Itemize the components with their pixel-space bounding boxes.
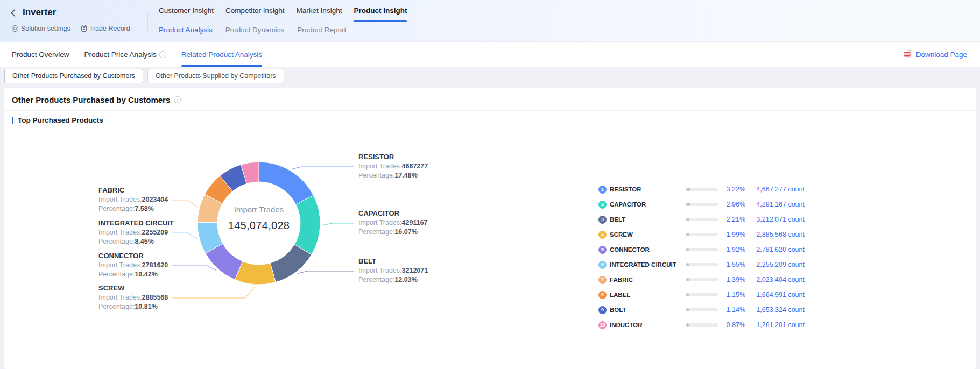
ranking-product-name: BELT [610, 216, 686, 223]
callout-resistor: RESISTORImport Trades:4667277Percentage:… [358, 152, 445, 180]
clipboard-icon [81, 25, 87, 32]
trade-record-link[interactable]: Trade Record [81, 25, 130, 32]
related-product-analysis-label: Related Product Analysis [181, 51, 262, 59]
tab-customer-insight[interactable]: Customer Insight [159, 5, 214, 16]
ranking-row-connector[interactable]: 5CONNECTOR1.92%2,781,620 count [598, 242, 805, 257]
donut-center: Import Trades 145,074,028 [200, 205, 318, 232]
callout-import-trades: Import Trades:3212071 [358, 266, 445, 275]
ranking-count: 2,023,404 count [745, 276, 805, 283]
tab-competitor-insight[interactable]: Competitor Insight [225, 5, 285, 16]
tab-product-analysis[interactable]: Product Analysis [159, 26, 213, 34]
product-overview-label: Product Overview [12, 51, 69, 59]
rank-badge: 9 [598, 306, 607, 314]
gear-icon [12, 25, 18, 32]
ranking-percentage: 0.87% [718, 321, 745, 329]
ranking-product-name: CONNECTOR [610, 246, 686, 253]
ranking-progress-bar [686, 293, 718, 296]
ranking-row-screw[interactable]: 4SCREW1.99%2,885,568 count [598, 227, 805, 242]
page-header: Inverter Solution settings Trade Record … [0, 0, 980, 41]
ranking-list: 1RESISTOR3.22%4,667,277 count2CAPACITOR2… [598, 182, 805, 332]
ranking-progress-bar [686, 248, 718, 251]
tab-product-insight[interactable]: Product Insight [354, 5, 407, 16]
main-panel: Other Products Purchased by Customers To… [4, 88, 976, 369]
rank-badge: 7 [598, 276, 607, 284]
callout-percentage: Percentage:10.81% [98, 302, 185, 311]
callout-percentage: Percentage:12.03% [358, 275, 445, 285]
tab-related-product-analysis[interactable]: Related Product Analysis [181, 51, 262, 59]
rank-badge: 1 [598, 186, 607, 194]
ranking-progress-bar [686, 278, 718, 281]
ranking-row-bolt[interactable]: 9BOLT1.14%1,653,324 count [598, 302, 805, 317]
ranking-row-fabric[interactable]: 7FABRIC1.39%2,023,404 count [598, 272, 805, 287]
rank-badge: 6 [598, 261, 607, 269]
back-icon[interactable] [11, 9, 18, 16]
tab-product-report[interactable]: Product Report [297, 26, 346, 34]
ranking-product-name: LABEL [610, 292, 686, 298]
rank-badge: 4 [598, 231, 607, 239]
callout-percentage: Percentage:16.07% [358, 228, 445, 237]
leader-line-capacitor [322, 223, 354, 225]
callout-product-name: BELT [358, 257, 445, 266]
ranking-row-inductor[interactable]: 10INDUCTOR0.87%1,261,201 count [598, 317, 805, 332]
download-page-button[interactable]: PDF Download Page [904, 42, 967, 67]
callout-percentage: Percentage:7.58% [98, 204, 185, 214]
ranking-percentage: 1.14% [718, 306, 745, 314]
callout-fabric: FABRICImport Trades:2023404Percentage:7.… [98, 186, 185, 214]
ranking-row-belt[interactable]: 3BELT2.21%3,212,071 count [598, 212, 805, 227]
ranking-progress-bar [686, 233, 718, 236]
toggle-supplied-by-competitors[interactable]: Other Products Supplied by Competitors [147, 69, 284, 83]
panel-title: Other Products Purchased by Customers [12, 95, 170, 104]
ranking-row-resistor[interactable]: 1RESISTOR3.22%4,667,277 count [598, 182, 805, 197]
rank-badge: 5 [598, 246, 607, 254]
header-divider [147, 13, 148, 31]
callout-import-trades: Import Trades:2023404 [98, 195, 185, 204]
app-root: Inverter Solution settings Trade Record … [0, 0, 980, 369]
ranking-count: 1,664,991 count [745, 291, 805, 299]
callout-percentage: Percentage:8.45% [98, 237, 185, 246]
donut-segment-resistor[interactable] [259, 162, 314, 204]
ranking-product-name: FABRIC [610, 276, 686, 283]
callout-capacitor: CAPACITORImport Trades:4291167Percentage… [358, 209, 445, 237]
callout-product-name: RESISTOR [358, 152, 445, 162]
ranking-percentage: 2.96% [718, 201, 745, 208]
analysis-navbar: Product Overview Product Price Analysis … [0, 41, 980, 67]
donut-center-value: 145,074,028 [200, 219, 318, 232]
toggle-purchased-by-customers[interactable]: Other Products Purchased by Customers [4, 69, 143, 83]
ranking-count: 2,255,209 count [745, 261, 805, 268]
info-icon[interactable] [159, 51, 166, 58]
callout-integrated-circuit: INTEGRATED CIRCUITImport Trades:2255209P… [98, 218, 185, 246]
panel-info-icon[interactable] [174, 96, 181, 103]
section-title: Top Purchased Products [18, 116, 103, 124]
callout-product-name: CAPACITOR [358, 209, 445, 218]
tab-market-insight[interactable]: Market Insight [297, 5, 342, 16]
callout-screw: SCREWImport Trades:2885568Percentage:10.… [98, 283, 185, 311]
tab-product-dynamics[interactable]: Product Dynamics [225, 26, 285, 34]
ranking-count: 2,885,568 count [745, 231, 805, 238]
ranking-count: 1,261,201 count [745, 321, 805, 329]
callout-import-trades: Import Trades:4291167 [358, 218, 445, 228]
callout-product-name: INTEGRATED CIRCUIT [98, 218, 185, 228]
ranking-percentage: 1.99% [718, 231, 745, 238]
ranking-progress-bar [686, 188, 718, 191]
ranking-row-capacitor[interactable]: 2CAPACITOR2.96%4,291,167 count [598, 197, 805, 212]
donut-center-label: Import Trades [200, 205, 318, 214]
donut-chart-area: Import Trades 145,074,028 1RESISTOR3.22%… [4, 136, 976, 362]
solution-settings-link[interactable]: Solution settings [12, 25, 70, 32]
ranking-row-label[interactable]: 8LABEL1.15%1,664,991 count [598, 287, 805, 302]
tab-product-price-analysis[interactable]: Product Price Analysis [84, 51, 166, 59]
ranking-percentage: 1.15% [718, 291, 745, 299]
download-page-label: Download Page [916, 51, 967, 59]
callout-percentage: Percentage:17.48% [358, 171, 445, 180]
ranking-count: 1,653,324 count [745, 306, 805, 314]
ranking-product-name: CAPACITOR [610, 201, 686, 208]
ranking-row-integrated-circuit[interactable]: 6INTEGRATED CIRCUIT1.55%2,255,209 count [598, 257, 805, 272]
product-sub-tabs: Product Analysis Product Dynamics Produc… [159, 26, 346, 34]
ranking-progress-bar [686, 323, 718, 327]
insight-tabs: Customer Insight Competitor Insight Mark… [159, 5, 407, 16]
leader-line-resistor [292, 167, 354, 169]
leader-line-screw [172, 287, 255, 298]
rank-badge: 8 [598, 291, 607, 299]
ranking-progress-bar [686, 263, 718, 266]
tab-product-overview[interactable]: Product Overview [12, 51, 69, 59]
callout-import-trades: Import Trades:2255209 [98, 228, 185, 237]
